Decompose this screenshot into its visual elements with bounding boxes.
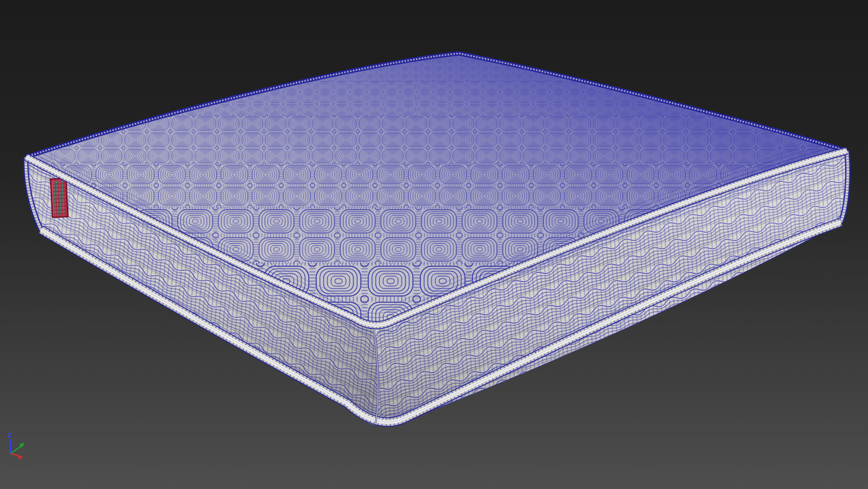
mattress-label-tag [50, 177, 68, 218]
axis-z-label: z [7, 430, 12, 439]
viewport[interactable]: z [0, 0, 868, 489]
viewport-canvas[interactable]: z [0, 0, 868, 489]
